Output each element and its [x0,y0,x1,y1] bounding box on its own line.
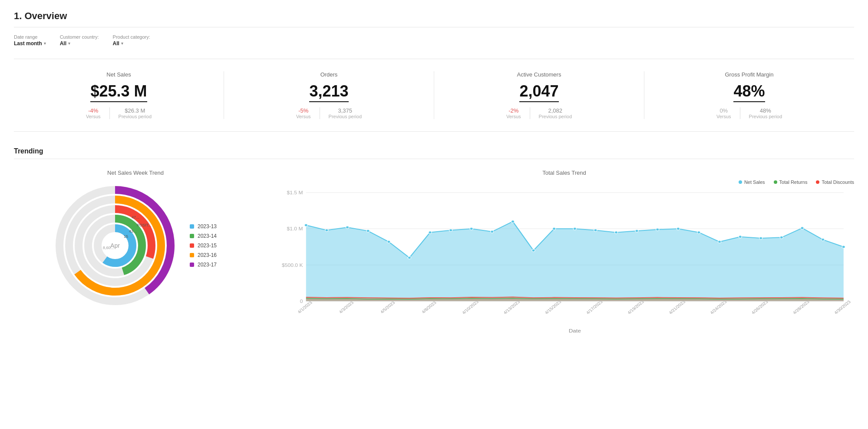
svg-point-24 [325,229,328,232]
svg-text:$1.5 M: $1.5 M [287,190,303,195]
svg-text:47...: 47... [132,215,139,219]
svg-point-35 [553,227,556,230]
line-chart-title: Total Sales Trend [274,170,854,176]
metric-name: Gross Profit Margin [655,71,844,78]
comp-divider [109,107,110,119]
svg-point-42 [697,231,700,234]
svg-text:4/8/2023: 4/8/2023 [421,300,438,314]
svg-point-41 [677,227,680,230]
versus-label: Versus [296,114,311,119]
versus-label: Versus [506,114,521,119]
date-range-value[interactable]: Last month ▾ [14,40,46,47]
metric-comparison: -4% Versus $26.3 M Previous period [24,107,213,119]
metric-value: $25.3 M [90,82,147,102]
legend-circle [774,180,777,184]
line-section: Total Sales Trend Net Sales Total Return… [274,170,854,336]
svg-point-43 [718,240,721,243]
metric-value: 48% [733,82,765,102]
customer-country-chevron-icon: ▾ [68,41,70,46]
legend-label: 2023-16 [198,252,217,258]
line-legend-item: Total Returns [774,180,808,185]
svg-point-46 [780,236,783,239]
metric-name: Net Sales [24,71,213,78]
svg-text:4/24/2023: 4/24/2023 [709,299,728,315]
donut-container: Apr 47... POSIT... 43... 15 8,60... 2023… [54,185,217,306]
previous-value: 3,375 [338,107,353,114]
svg-point-33 [511,220,514,223]
donut-legend: 2023-13 2023-14 2023-15 2023-16 2023-17 [190,223,217,268]
donut-chart-svg: Apr 47... POSIT... 43... 15 8,60... [54,185,176,306]
product-category-value[interactable]: All ▾ [113,40,150,47]
svg-text:POSIT...: POSIT... [137,223,152,227]
metrics-row: Net Sales $25.3 M -4% Versus $26.3 M Pre… [14,59,854,132]
svg-text:4/17/2023: 4/17/2023 [585,299,604,315]
metric-name: Orders [234,71,423,78]
svg-point-29 [429,231,432,234]
versus-label: Versus [86,114,101,119]
metric-comparison: -5% Versus 3,375 Previous period [234,107,423,119]
legend-circle [816,180,819,184]
previous-value: $26.3 M [125,107,145,114]
svg-text:8,60...: 8,60... [103,246,114,250]
versus-value: -4% [88,107,98,114]
legend-dot [190,253,194,257]
svg-point-25 [346,226,349,229]
legend-dot [190,243,194,248]
trending-divider [14,159,854,159]
date-range-filter: Date range Last month ▾ [14,34,46,47]
donut-legend-item: 2023-16 [190,252,217,258]
versus-value: 0% [719,107,728,114]
previous-value: 2,082 [548,107,563,114]
line-legend-label: Net Sales [744,180,765,185]
versus-value: -5% [298,107,308,114]
comp-divider [530,107,530,119]
svg-point-37 [594,229,597,232]
svg-text:4/21/2023: 4/21/2023 [668,299,686,315]
donut-chart-title: Net Sales Week Trend [107,170,164,176]
svg-text:$1.0 M: $1.0 M [287,226,303,231]
svg-text:4/19/2023: 4/19/2023 [626,299,645,315]
svg-text:15: 15 [124,234,128,239]
previous-item: 3,375 Previous period [329,107,362,119]
svg-point-39 [635,229,638,232]
line-legend-label: Total Returns [779,180,808,185]
metric-value: 3,213 [309,82,348,102]
customer-country-value[interactable]: All ▾ [60,40,99,47]
svg-point-38 [614,231,617,234]
svg-text:Date: Date [569,328,581,334]
versus-item: 0% Versus [716,107,731,119]
svg-point-48 [821,238,824,241]
previous-label: Previous period [539,114,572,119]
legend-dot [190,263,194,267]
svg-point-27 [387,240,390,243]
metric-comparison: 0% Versus 48% Previous period [655,107,844,119]
legend-label: 2023-17 [198,262,217,268]
donut-legend-item: 2023-13 [190,223,217,229]
product-category-filter: Product category: All ▾ [113,34,150,47]
metric-comparison: -2% Versus 2,082 Previous period [445,107,634,119]
svg-text:4/26/2023: 4/26/2023 [750,299,769,315]
donut-legend-item: 2023-17 [190,262,217,268]
legend-circle [739,180,742,184]
date-range-label: Date range [14,34,46,40]
previous-label: Previous period [329,114,362,119]
legend-dot [190,224,194,229]
svg-text:43...: 43... [129,229,137,233]
svg-point-49 [842,246,845,248]
svg-point-28 [408,256,411,259]
title-divider [14,27,854,27]
previous-value: 48% [760,107,771,114]
metric-value: 2,047 [519,82,558,102]
versus-item: -2% Versus [506,107,521,119]
svg-text:4/1/2023: 4/1/2023 [297,300,314,314]
donut-section: Net Sales Week Trend [14,170,257,306]
line-legend-label: Total Discounts [822,180,854,185]
svg-point-30 [449,229,452,232]
previous-item: 2,082 Previous period [539,107,572,119]
line-legend-item: Net Sales [739,180,765,185]
filters-bar: Date range Last month ▾ Customer country… [14,34,854,47]
svg-point-36 [573,227,576,230]
customer-country-label: Customer country: [60,34,99,40]
trending-section: Trending Net Sales Week Trend [14,147,854,336]
svg-text:4/15/2023: 4/15/2023 [544,299,562,315]
